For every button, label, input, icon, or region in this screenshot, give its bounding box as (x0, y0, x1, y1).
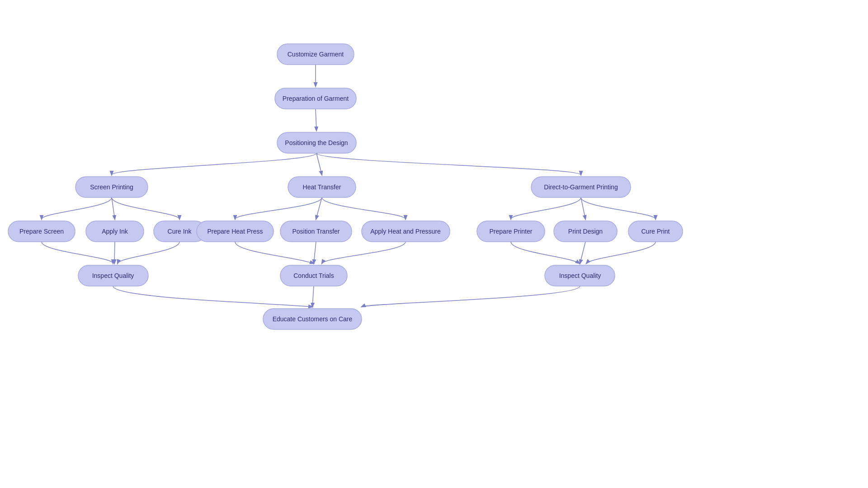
node-apply-ink-label: Apply Ink (102, 228, 128, 235)
node-preparation-of-garment[interactable]: Preparation of Garment (275, 88, 356, 109)
flowchart-diagram: Customize Garment Preparation of Garment… (0, 0, 868, 488)
node-customize-garment-label: Customize Garment (288, 51, 344, 58)
node-conduct-trials[interactable]: Conduct Trials (280, 265, 347, 286)
node-prepare-printer-label: Prepare Printer (490, 228, 533, 235)
node-screen-printing-label: Screen Printing (90, 183, 133, 191)
node-prepare-screen-label: Prepare Screen (19, 228, 64, 235)
node-position-transfer-label: Position Transfer (292, 228, 340, 235)
node-inspect-quality-left[interactable]: Inspect Quality (78, 265, 148, 286)
arrow-inspectleft-to-educate (113, 286, 312, 307)
node-prepare-printer[interactable]: Prepare Printer (477, 221, 545, 242)
node-positioning-label: Positioning the Design (285, 139, 348, 146)
node-position-transfer[interactable]: Position Transfer (280, 221, 352, 242)
node-heat-transfer-label: Heat Transfer (303, 183, 341, 191)
arrow-conduct-to-educate (312, 286, 314, 307)
node-prepare-heat-press-label: Prepare Heat Press (208, 228, 263, 235)
arrow-heat-to-preppress (235, 197, 322, 219)
node-customize-garment[interactable]: Customize Garment (277, 44, 354, 65)
node-conduct-trials-label: Conduct Trials (293, 272, 334, 279)
arrow-positioning-to-heat (316, 153, 322, 175)
arrow-dtg-to-prepprinter (511, 197, 581, 219)
arrow-prepscreen-to-inspectleft (42, 242, 113, 263)
node-inspect-quality-right[interactable]: Inspect Quality (545, 265, 615, 286)
node-heat-transfer[interactable]: Heat Transfer (288, 177, 356, 197)
node-direct-to-garment[interactable]: Direct-to-Garment Printing (531, 177, 631, 197)
arrow-applyink-to-inspectleft (114, 242, 115, 263)
node-cure-ink-label: Cure Ink (168, 228, 192, 235)
node-inspect-quality-right-label: Inspect Quality (559, 272, 601, 279)
node-prepare-screen[interactable]: Prepare Screen (8, 221, 75, 242)
arrow-printdesign-to-inspectright (580, 242, 585, 263)
node-cure-print[interactable]: Cure Print (628, 221, 683, 242)
arrow-preppress-to-conduct (235, 242, 314, 263)
arrow-heat-to-applyheat (322, 197, 406, 219)
node-apply-heat-pressure[interactable]: Apply Heat and Pressure (362, 221, 450, 242)
node-educate-customers-label: Educate Customers on Care (273, 315, 353, 323)
arrow-inspectright-to-educate (362, 286, 580, 307)
node-positioning-the-design[interactable]: Positioning the Design (277, 132, 356, 153)
node-print-design-label: Print Design (568, 228, 603, 235)
arrow-prepprinter-to-inspectright (511, 242, 580, 263)
node-preparation-label: Preparation of Garment (283, 95, 349, 102)
node-dtg-label: Direct-to-Garment Printing (544, 183, 618, 191)
arrow-positiontransfer-to-conduct (314, 242, 316, 263)
arrow-applyheat-to-conduct (322, 242, 406, 263)
node-screen-printing[interactable]: Screen Printing (75, 177, 148, 197)
arrow-screen-to-prepscreen (42, 197, 112, 219)
node-apply-heat-pressure-label: Apply Heat and Pressure (370, 228, 441, 235)
arrow-positioning-to-screen (112, 153, 316, 175)
node-educate-customers[interactable]: Educate Customers on Care (263, 309, 362, 329)
node-inspect-quality-left-label: Inspect Quality (92, 272, 134, 279)
node-prepare-heat-press[interactable]: Prepare Heat Press (197, 221, 274, 242)
node-apply-ink[interactable]: Apply Ink (86, 221, 144, 242)
arrow-cureink-to-inspectleft (118, 242, 179, 263)
arrow-preparation-to-positioning (316, 109, 316, 131)
node-print-design[interactable]: Print Design (554, 221, 617, 242)
arrow-screen-to-cureink (112, 197, 179, 219)
arrow-dtg-to-cureprint (581, 197, 656, 219)
arrow-cureprint-to-inspectright (586, 242, 656, 263)
arrow-positioning-to-dtg (316, 153, 581, 175)
node-cure-print-label: Cure Print (641, 228, 670, 235)
